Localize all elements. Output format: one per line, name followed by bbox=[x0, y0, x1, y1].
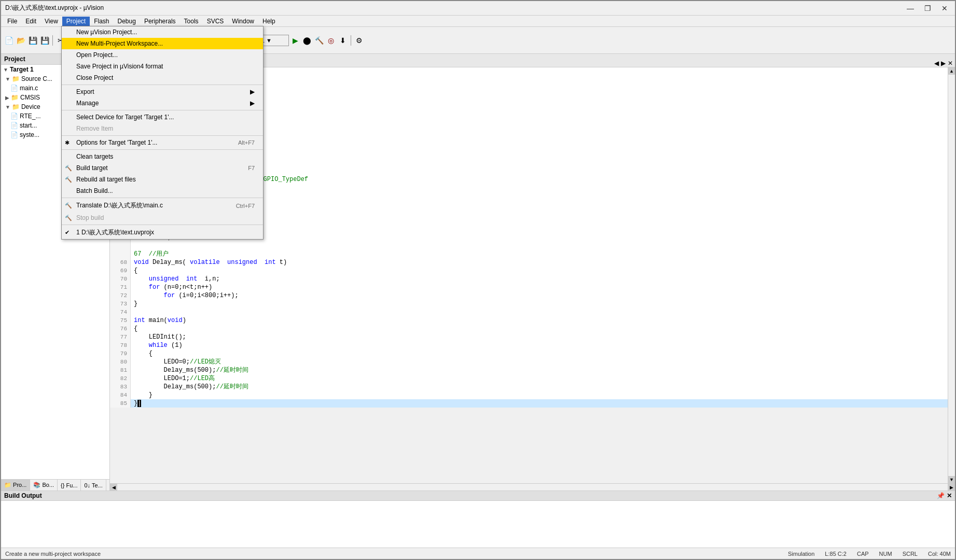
menu-export[interactable]: Export ▶ bbox=[62, 86, 263, 97]
code-line: 83 Delay_ms(500);//延时时间 bbox=[110, 383, 948, 391]
sidebar-tab-books[interactable]: 📚 Bo... bbox=[30, 480, 58, 491]
menu-bar: File Edit View Project Flash Debug Perip… bbox=[1, 16, 955, 27]
right-scrollbar[interactable]: ▲ ▼ bbox=[948, 67, 955, 483]
editor-tabs-controls: ◀ ▶ ✕ bbox=[934, 60, 955, 67]
build-output: Build Output 📌 ✕ bbox=[1, 491, 955, 548]
menu-flash[interactable]: Flash bbox=[90, 17, 113, 26]
scroll-h-track[interactable] bbox=[117, 484, 948, 491]
menu-tools[interactable]: Tools bbox=[180, 17, 203, 26]
toolbar-options[interactable]: ⚙ bbox=[353, 35, 365, 46]
scroll-down[interactable]: ▼ bbox=[948, 476, 955, 483]
menu-new-multi-project[interactable]: New Multi-Project Workspace... bbox=[62, 38, 263, 49]
code-line: 79 { bbox=[110, 349, 948, 358]
bottom-scrollbar[interactable]: ◀ ▶ bbox=[110, 483, 955, 491]
menu-new-uvision-project[interactable]: New µVision Project... bbox=[62, 26, 263, 38]
toolbar-download[interactable]: ⬇ bbox=[337, 35, 349, 46]
menu-close-project-label: Close Project bbox=[76, 74, 113, 81]
status-scrl: SCRL bbox=[903, 551, 918, 557]
tab-scroll-left[interactable]: ◀ bbox=[934, 60, 939, 67]
tree-rte-label: RTE_... bbox=[20, 113, 40, 120]
toolbar-save-all[interactable]: 💾 bbox=[39, 35, 50, 46]
toolbar-save[interactable]: 💾 bbox=[27, 35, 38, 46]
menu-project[interactable]: Project bbox=[62, 17, 90, 26]
menu-select-device-label: Select Device for Target 'Target 1'... bbox=[76, 114, 174, 121]
menu-stop-build-label: Stop build bbox=[76, 214, 104, 221]
sidebar-tab-functions[interactable]: {} Fu... bbox=[58, 480, 81, 491]
toolbar-sep1 bbox=[52, 35, 53, 46]
build-output-pin[interactable]: 📌 bbox=[937, 492, 945, 499]
build-output-close[interactable]: ✕ bbox=[947, 492, 952, 499]
tree-cmsis-label: CMSIS bbox=[20, 94, 40, 101]
menu-build-target[interactable]: 🔨 Build target F7 bbox=[62, 162, 263, 174]
build-shortcut: F7 bbox=[248, 165, 255, 171]
dropdown-sep5 bbox=[62, 198, 263, 198]
scroll-track[interactable] bbox=[948, 75, 955, 476]
menu-save-project-format[interactable]: Save Project in µVision4 format bbox=[62, 61, 263, 72]
status-col: Col: 40M bbox=[928, 551, 951, 557]
menu-options-target[interactable]: ✱ Options for Target 'Target 1'... Alt+F… bbox=[62, 137, 263, 148]
menu-new-uvision-project-label: New µVision Project... bbox=[76, 29, 137, 36]
checkmark-icon: ✔ bbox=[65, 229, 70, 236]
menu-rebuild-all-label: Rebuild all target files bbox=[76, 176, 136, 183]
sidebar-tab-project[interactable]: 📁 Pro... bbox=[1, 480, 30, 491]
toolbar-run[interactable]: ▶ bbox=[289, 35, 301, 46]
toolbar-open[interactable]: 📂 bbox=[15, 35, 26, 46]
tree-main-label: main.c bbox=[20, 85, 38, 92]
code-line: 85 }| bbox=[110, 399, 948, 408]
menu-batch-build-label: Batch Build... bbox=[76, 187, 113, 194]
menu-svcs[interactable]: SVCS bbox=[203, 17, 228, 26]
tree-system-icon: 📄 bbox=[10, 131, 18, 138]
menu-window[interactable]: Window bbox=[228, 17, 258, 26]
window-controls: — ❐ ✕ bbox=[904, 4, 951, 12]
tree-rte-icon: 📄 bbox=[10, 113, 18, 120]
menu-stop-build: 🔨 Stop build bbox=[62, 212, 263, 223]
tab-scroll-right[interactable]: ▶ bbox=[941, 60, 946, 67]
scroll-up[interactable]: ▲ bbox=[948, 67, 955, 75]
status-simulation: Simulation bbox=[788, 551, 814, 557]
options-shortcut: Alt+F7 bbox=[238, 139, 255, 146]
toolbar-debug[interactable]: ◎ bbox=[325, 35, 337, 46]
dropdown-sep6 bbox=[62, 225, 263, 225]
translate-icon: 🔨 bbox=[65, 202, 72, 209]
scroll-left[interactable]: ◀ bbox=[110, 484, 117, 491]
menu-close-project[interactable]: Close Project bbox=[62, 72, 263, 83]
toolbar-build[interactable]: 🔨 bbox=[313, 35, 325, 46]
menu-translate[interactable]: 🔨 Translate D:\嵌入式系统\main.c Ctrl+F7 bbox=[62, 199, 263, 212]
menu-debug[interactable]: Debug bbox=[114, 17, 140, 26]
toolbar-new[interactable]: 📄 bbox=[3, 35, 15, 46]
menu-open-project[interactable]: Open Project... bbox=[62, 49, 263, 61]
menu-batch-build[interactable]: Batch Build... bbox=[62, 185, 263, 197]
toolbar-stop[interactable]: ⬤ bbox=[301, 35, 313, 46]
menu-view[interactable]: View bbox=[40, 17, 62, 26]
sidebar-tabs: 📁 Pro... 📚 Bo... {} Fu... 0↓ Te... bbox=[1, 479, 109, 491]
menu-help[interactable]: Help bbox=[258, 17, 280, 26]
tree-target1-label: Target 1 bbox=[10, 66, 34, 73]
menu-select-device[interactable]: Select Device for Target 'Target 1'... bbox=[62, 111, 263, 123]
minimize-button[interactable]: — bbox=[904, 4, 917, 12]
maximize-button[interactable]: ❐ bbox=[921, 4, 934, 12]
tab-close-all[interactable]: ✕ bbox=[948, 60, 953, 67]
rebuild-icon: 🔨 bbox=[65, 176, 72, 183]
close-button[interactable]: ✕ bbox=[938, 4, 951, 12]
menu-options-target-label: Options for Target 'Target 1'... bbox=[76, 139, 157, 146]
menu-peripherals[interactable]: Peripherals bbox=[140, 17, 180, 26]
menu-file[interactable]: File bbox=[3, 17, 21, 26]
code-line: 84 } bbox=[110, 391, 948, 399]
sidebar-tab-templates[interactable]: 0↓ Te... bbox=[81, 480, 106, 491]
options-icon: ✱ bbox=[65, 139, 70, 146]
build-output-controls: 📌 ✕ bbox=[937, 492, 952, 499]
code-line: 77 LEDInit(); bbox=[110, 333, 948, 341]
menu-recent-1[interactable]: ✔ 1 D:\嵌入式系统\text.uvprojx bbox=[62, 226, 263, 239]
code-line: 67 //用户 bbox=[110, 250, 948, 258]
code-line: 71 for (n=0;n<t;n++) bbox=[110, 283, 948, 291]
menu-edit[interactable]: Edit bbox=[21, 17, 40, 26]
menu-manage[interactable]: Manage ▶ bbox=[62, 97, 263, 109]
menu-clean-targets[interactable]: Clean targets bbox=[62, 151, 263, 162]
scroll-right[interactable]: ▶ bbox=[948, 484, 955, 491]
status-caps: CAP bbox=[857, 551, 869, 557]
menu-rebuild-all[interactable]: 🔨 Rebuild all target files bbox=[62, 174, 263, 185]
menu-new-multi-project-label: New Multi-Project Workspace... bbox=[76, 40, 163, 47]
code-line: 74 bbox=[110, 308, 948, 316]
code-line: 82 LEDO=1;//LED高 bbox=[110, 374, 948, 383]
code-line: 81 Delay_ms(500);//延时时间 bbox=[110, 366, 948, 374]
